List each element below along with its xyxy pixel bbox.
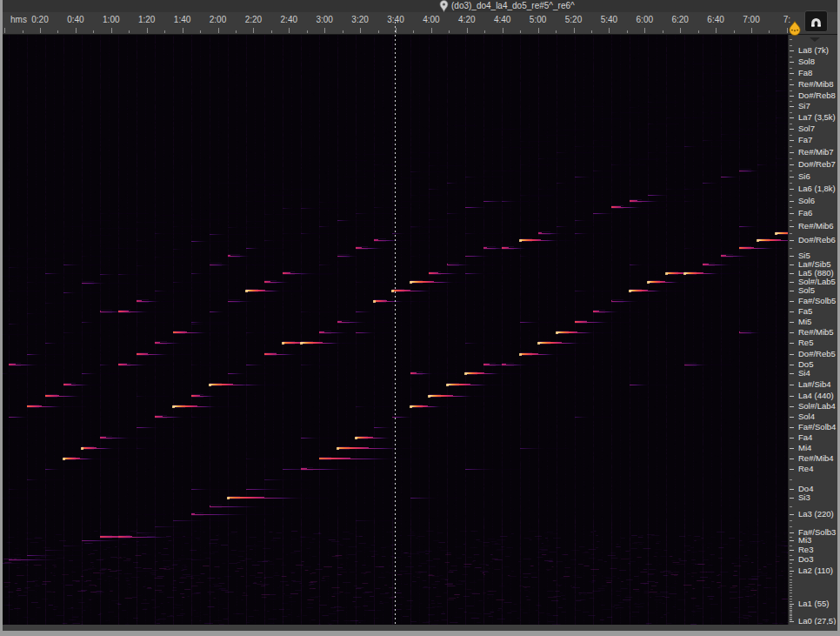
ruler-major-tick — [183, 28, 183, 33]
ruler-minor-tick — [93, 30, 94, 33]
note-label: Re#/Mib7 — [798, 148, 834, 157]
ruler-minor-tick — [520, 30, 521, 33]
ruler-minor-tick — [343, 30, 343, 33]
note-label: La3 (220) — [798, 510, 834, 519]
ruler-major-tick — [253, 28, 254, 33]
note-axis-tick — [790, 322, 794, 323]
note-label: La#/Sib5 — [798, 260, 831, 269]
note-label: Si4 — [798, 369, 810, 378]
note-label: Sol#/Lab5 — [798, 278, 836, 286]
ruler-major-tick — [467, 28, 468, 33]
note-label: Do#/Reb5 — [798, 350, 836, 358]
note-axis-tick — [790, 540, 794, 541]
note-axis-tick — [790, 264, 794, 265]
note-label: Re#/Mib5 — [798, 328, 834, 337]
bottom-strip — [3, 625, 837, 631]
ruler-minor-tick — [271, 30, 272, 33]
note-axis-tick — [790, 220, 792, 221]
note-label: La1 (55) — [798, 599, 829, 608]
note-label: Re#/Mib8 — [798, 80, 834, 89]
note-label: Si6 — [798, 172, 810, 181]
note-axis-tick — [790, 68, 792, 69]
time-ruler[interactable]: hms 0:200:401:001:201:402:002:202:403:00… — [3, 12, 837, 35]
note-axis-panel[interactable]: La0 (27,5)La1 (55)La2 (110)Do3Re3Mi3Fa#/… — [788, 35, 837, 625]
note-label: Si5 — [798, 251, 810, 260]
ruler-minor-tick — [164, 30, 165, 33]
note-axis-tick — [790, 101, 792, 102]
note-label: Re5 — [798, 338, 813, 347]
ruler-major-tick — [538, 28, 539, 33]
note-axis-tick — [790, 248, 792, 249]
note-axis-tick — [790, 590, 792, 591]
note-label: Re3 — [798, 546, 813, 554]
playhead-cursor[interactable] — [395, 22, 396, 624]
ruler-major-tick — [716, 28, 717, 33]
ruler-major-tick — [680, 28, 681, 33]
note-label: Do5 — [798, 360, 813, 369]
note-axis-tick — [790, 448, 794, 449]
note-axis-tick — [790, 514, 794, 515]
note-axis-tick — [790, 106, 794, 107]
note-axis-tick — [790, 158, 792, 159]
ruler-major-tick — [644, 28, 645, 33]
ruler-tick-label: 2:20 — [238, 15, 268, 24]
note-axis-tick — [790, 45, 792, 46]
note-axis-tick — [790, 550, 794, 551]
note-axis-tick — [790, 129, 794, 130]
snap-magnet-button[interactable] — [804, 10, 828, 32]
app-window: (do3)_do4_la4_do5_re#5^_re6^ hms 0:200:4… — [0, 0, 840, 636]
note-axis-tick — [790, 282, 794, 283]
note-axis-tick — [790, 57, 792, 57]
note-axis-tick — [790, 614, 792, 615]
note-axis-tick — [790, 619, 792, 619]
note-label: La0 (27,5) — [798, 617, 836, 625]
track-title: (do3)_do4_la4_do5_re#5^_re6^ — [451, 0, 575, 12]
note-axis-tick — [790, 373, 794, 374]
note-axis-tick — [790, 332, 794, 333]
ruler-tick-label: 3:40 — [381, 15, 410, 24]
note-axis-tick — [790, 365, 794, 365]
note-axis-tick — [790, 555, 792, 556]
note-label: La2 (110) — [798, 566, 833, 575]
note-axis-tick — [790, 587, 792, 588]
axis-scroll-arrow-icon[interactable] — [810, 37, 820, 42]
note-label: Fa#/Solb5 — [798, 297, 836, 305]
note-label: Do3 — [798, 555, 813, 564]
ruler-major-tick — [431, 28, 432, 33]
note-axis-tick — [790, 311, 794, 312]
note-axis-tick — [790, 396, 794, 397]
ruler-tick-label: 2:00 — [203, 15, 233, 24]
note-axis-tick — [790, 417, 794, 418]
note-axis-tick — [790, 567, 792, 568]
note-label: Sol#/Lab4 — [798, 402, 836, 411]
ruler-major-tick — [111, 28, 112, 33]
ruler-tick-label: 6:00 — [630, 15, 659, 24]
end-marker-pin-icon[interactable] — [787, 21, 803, 36]
ruler-minor-tick — [627, 30, 628, 33]
note-axis-tick — [790, 164, 794, 165]
note-axis-tick — [790, 579, 792, 580]
note-axis-tick — [790, 604, 794, 605]
ruler-major-tick — [289, 28, 290, 33]
note-axis-tick — [790, 256, 794, 257]
ruler-minor-tick — [57, 30, 58, 33]
ruler-tick-label: 1:40 — [168, 15, 197, 24]
note-axis-tick — [790, 610, 792, 611]
ruler-major-tick — [360, 28, 361, 33]
note-axis-tick — [790, 532, 794, 533]
note-label: Mi5 — [798, 318, 811, 326]
ruler-minor-tick — [200, 30, 201, 33]
ruler-minor-tick — [663, 30, 663, 33]
note-label: Fa4 — [798, 433, 812, 442]
note-axis-tick — [790, 406, 794, 407]
note-axis-tick — [790, 207, 792, 208]
note-axis-tick — [790, 354, 794, 355]
note-axis-tick — [790, 498, 794, 499]
note-axis-tick — [790, 152, 794, 153]
ruler-minor-tick — [591, 30, 592, 33]
ruler-minor-tick — [449, 30, 450, 33]
note-axis-tick — [790, 615, 792, 616]
ruler-minor-tick — [307, 30, 308, 33]
note-label: Fa5 — [798, 307, 812, 316]
note-axis-tick — [790, 506, 792, 507]
